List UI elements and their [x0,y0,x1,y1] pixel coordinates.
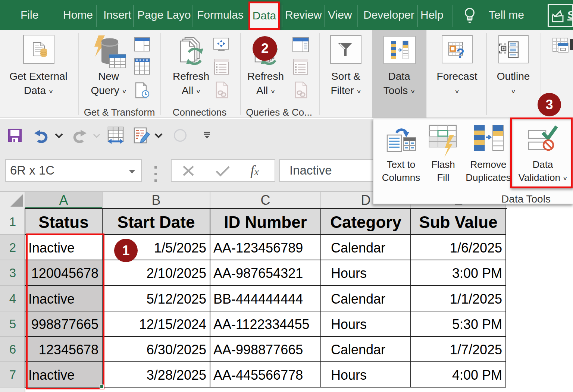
svg-text:?: ? [456,46,464,59]
